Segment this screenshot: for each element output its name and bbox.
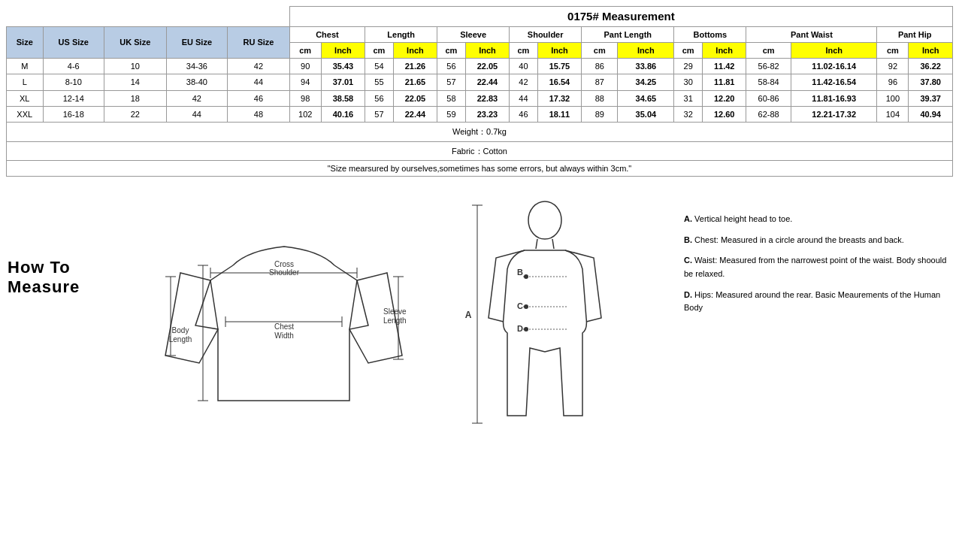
pant-hip-in-m: 36.22 bbox=[909, 59, 953, 74]
chest-cm-xxl: 102 bbox=[289, 106, 321, 122]
svg-line-25 bbox=[536, 239, 537, 249]
body-svg: A B C D bbox=[428, 198, 654, 438]
us-l: 8-10 bbox=[43, 74, 104, 90]
measurement-table: 0175# Measurement Size US Size UK Size E… bbox=[6, 6, 953, 177]
pant-hip-cm-header: cm bbox=[877, 42, 909, 58]
svg-text:C: C bbox=[517, 301, 523, 310]
us-m: 4-6 bbox=[43, 59, 104, 74]
ru-size-header: RU Size bbox=[228, 26, 290, 59]
us-size-header: US Size bbox=[43, 26, 104, 59]
weight-text: Weight：0.7kg bbox=[7, 123, 953, 141]
length-cm-m: 54 bbox=[365, 59, 394, 74]
pant-hip-cm-m: 92 bbox=[877, 59, 909, 74]
shoulder-header: Shoulder bbox=[510, 26, 582, 42]
size-m: M bbox=[7, 59, 44, 74]
ru-l: 44 bbox=[228, 74, 290, 90]
note-a-text: Vertical height head to toe. bbox=[694, 214, 792, 223]
chest-cm-l: 94 bbox=[289, 74, 321, 90]
chest-in-xxl: 40.16 bbox=[321, 106, 365, 122]
pant-length-cm-header: cm bbox=[582, 42, 618, 58]
weight-row: Weight：0.7kg bbox=[7, 123, 953, 141]
chest-in-l: 37.01 bbox=[321, 74, 365, 90]
bottoms-in-l: 11.81 bbox=[702, 74, 746, 90]
sleeve-in-m: 22.05 bbox=[465, 59, 509, 74]
sleeve-in-xxl: 23.23 bbox=[465, 106, 509, 122]
fabric-text: Fabric：Cotton bbox=[7, 141, 953, 160]
pant-length-cm-m: 86 bbox=[582, 59, 618, 74]
note-text: "Size mearsured by ourselves,sometimes h… bbox=[7, 160, 953, 176]
uk-xxl: 22 bbox=[104, 106, 167, 122]
svg-text:Length: Length bbox=[383, 316, 407, 325]
size-xxl: XXL bbox=[7, 106, 44, 122]
pant-length-header: Pant Length bbox=[582, 26, 674, 42]
chest-inch-header: Inch bbox=[321, 42, 365, 58]
sleeve-header: Sleeve bbox=[437, 26, 510, 42]
table-row: XL 12-14 18 42 46 98 38.58 56 22.05 58 2… bbox=[7, 90, 953, 106]
sleeve-inch-header: Inch bbox=[465, 42, 509, 58]
sleeve-cm-header: cm bbox=[437, 42, 466, 58]
chest-cm-header: cm bbox=[289, 42, 321, 58]
pant-length-in-l: 34.25 bbox=[618, 74, 674, 90]
sleeve-cm-l: 57 bbox=[437, 74, 466, 90]
shoulder-in-xxl: 18.11 bbox=[537, 106, 581, 122]
shoulder-inch-header: Inch bbox=[537, 42, 581, 58]
how-to-measure-title: How To Measure bbox=[8, 198, 143, 297]
pant-hip-inch-header: Inch bbox=[909, 42, 953, 58]
eu-m: 34-36 bbox=[166, 59, 228, 74]
pant-length-cm-xxl: 89 bbox=[582, 106, 618, 122]
bottoms-cm-xxl: 32 bbox=[674, 106, 703, 122]
ru-m: 42 bbox=[228, 59, 290, 74]
note-d-text: Hips: Measured around the rear. Basic Me… bbox=[684, 290, 940, 313]
uk-l: 14 bbox=[104, 74, 167, 90]
pant-length-in-xl: 34.65 bbox=[618, 90, 674, 106]
shoulder-in-l: 16.54 bbox=[537, 74, 581, 90]
note-b: B. Chest: Measured in a circle around th… bbox=[684, 234, 951, 247]
shoulder-in-xl: 17.32 bbox=[537, 90, 581, 106]
garment-svg: Cross Shoulder Body Length Chest Width S… bbox=[158, 198, 413, 438]
note-a-label: A. bbox=[684, 214, 692, 223]
svg-line-26 bbox=[552, 239, 554, 249]
sleeve-cm-xl: 58 bbox=[437, 90, 466, 106]
measurement-notes: A. Vertical height head to toe. B. Chest… bbox=[684, 198, 951, 322]
svg-text:Body: Body bbox=[172, 326, 189, 334]
note-c-label: C. bbox=[684, 256, 692, 265]
pant-length-in-m: 33.86 bbox=[618, 59, 674, 74]
eu-l: 38-40 bbox=[166, 74, 228, 90]
pant-hip-cm-l: 96 bbox=[877, 74, 909, 90]
chest-in-xl: 38.58 bbox=[321, 90, 365, 106]
bottoms-in-m: 11.42 bbox=[702, 59, 746, 74]
svg-text:Cross: Cross bbox=[274, 260, 294, 268]
pant-waist-cm-m: 56-82 bbox=[746, 59, 791, 74]
svg-text:D: D bbox=[517, 324, 523, 333]
garment-diagram: Cross Shoulder Body Length Chest Width S… bbox=[158, 198, 413, 453]
sleeve-in-xl: 22.83 bbox=[465, 90, 509, 106]
size-xl: XL bbox=[7, 90, 44, 106]
sleeve-cm-m: 56 bbox=[437, 59, 466, 74]
note-d-label: D. bbox=[684, 290, 692, 299]
body-diagram: A B C D bbox=[428, 198, 669, 453]
us-xxl: 16-18 bbox=[43, 106, 104, 122]
pant-waist-in-xl: 11.81-16.93 bbox=[791, 90, 877, 106]
pant-length-cm-xl: 88 bbox=[582, 90, 618, 106]
shoulder-in-m: 15.75 bbox=[537, 59, 581, 74]
bottoms-in-xxl: 12.60 bbox=[702, 106, 746, 122]
how-to-measure-section: How To Measure bbox=[0, 183, 959, 468]
svg-text:Sleeve: Sleeve bbox=[383, 307, 407, 316]
pant-waist-in-xxl: 12.21-17.32 bbox=[791, 106, 877, 122]
svg-point-24 bbox=[528, 201, 561, 239]
sleeve-cm-xxl: 59 bbox=[437, 106, 466, 122]
pant-length-inch-header: Inch bbox=[618, 42, 674, 58]
size-header: Size bbox=[7, 26, 44, 59]
uk-size-header: UK Size bbox=[104, 26, 167, 59]
bottoms-cm-header: cm bbox=[674, 42, 703, 58]
note-row: "Size mearsured by ourselves,sometimes h… bbox=[7, 160, 953, 176]
svg-text:Shoulder: Shoulder bbox=[269, 268, 300, 277]
table-title: 0175# Measurement bbox=[289, 7, 952, 27]
bottoms-cm-m: 29 bbox=[674, 59, 703, 74]
table-row: XXL 16-18 22 44 48 102 40.16 57 22.44 59… bbox=[7, 106, 953, 122]
pant-waist-cm-xxl: 62-88 bbox=[746, 106, 791, 122]
bottoms-inch-header: Inch bbox=[702, 42, 746, 58]
svg-text:A: A bbox=[465, 310, 472, 320]
shoulder-cm-xxl: 46 bbox=[510, 106, 538, 122]
sleeve-in-l: 22.44 bbox=[465, 74, 509, 90]
